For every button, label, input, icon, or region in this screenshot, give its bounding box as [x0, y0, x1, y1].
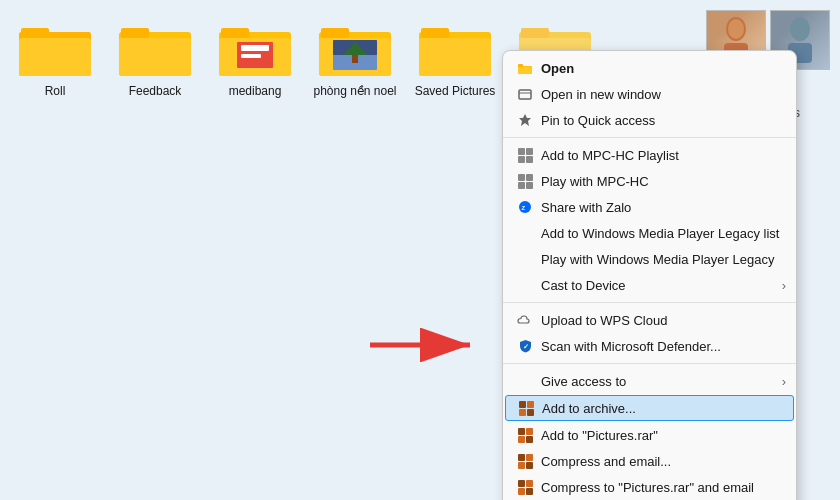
ctx-compress-pictures-rar-email-label: Compress to "Pictures.rar" and email: [541, 480, 754, 495]
pin-icon: [517, 112, 533, 128]
separator-1: [503, 137, 796, 138]
svg-rect-25: [521, 28, 549, 38]
ctx-scan-defender[interactable]: ✓ Scan with Microsoft Defender...: [503, 333, 796, 359]
ctx-pin-quick-access[interactable]: Pin to Quick access: [503, 107, 796, 133]
blank-icon-1: [517, 225, 533, 241]
svg-rect-11: [241, 45, 269, 51]
folder-label-phong-nen-noel: phòng nền noel: [313, 84, 396, 98]
ctx-upload-wps-label: Upload to WPS Cloud: [541, 313, 667, 328]
svg-rect-15: [321, 28, 349, 38]
svg-rect-6: [121, 28, 149, 38]
ctx-open-new-window[interactable]: Open in new window: [503, 81, 796, 107]
svg-rect-21: [419, 38, 491, 76]
ctx-cast[interactable]: Cast to Device ›: [503, 272, 796, 298]
svg-rect-9: [221, 28, 249, 38]
svg-rect-35: [518, 64, 523, 67]
folder-item-phong-nen-noel[interactable]: phòng nền noel: [310, 20, 400, 98]
ctx-add-pictures-rar[interactable]: Add to "Pictures.rar": [503, 422, 796, 448]
ctx-open-label: Open: [541, 61, 574, 76]
ctx-add-mpc-playlist[interactable]: Add to MPC-HC Playlist: [503, 142, 796, 168]
rar-icon-3: [517, 453, 533, 469]
ctx-open[interactable]: Open: [503, 55, 796, 81]
folder-item-feedback[interactable]: Feedback: [110, 20, 200, 98]
folder-label-medibang: medibang: [229, 84, 282, 98]
svg-rect-2: [19, 38, 91, 76]
submenu-arrow-cast: ›: [782, 278, 786, 293]
window-icon: [517, 86, 533, 102]
svg-rect-36: [519, 90, 531, 99]
ctx-play-mpc-hc-label: Play with MPC-HC: [541, 174, 649, 189]
ctx-pin-quick-access-label: Pin to Quick access: [541, 113, 655, 128]
svg-point-27: [728, 19, 744, 39]
folder-icon-medibang: [219, 20, 291, 80]
folder-item-saved-pictures[interactable]: Saved Pictures: [410, 20, 500, 98]
ctx-upload-wps[interactable]: Upload to WPS Cloud: [503, 307, 796, 333]
svg-text:Z: Z: [522, 205, 526, 211]
rar-icon-4: [517, 479, 533, 495]
context-menu: Open Open in new window Pin to Quick acc…: [502, 50, 797, 500]
svg-rect-3: [21, 28, 49, 38]
ctx-add-pictures-rar-label: Add to "Pictures.rar": [541, 428, 658, 443]
ctx-add-archive[interactable]: Add to archive...: [505, 395, 794, 421]
ctx-play-wmp-legacy[interactable]: Play with Windows Media Player Legacy: [503, 246, 796, 272]
grid-icon-2: [517, 173, 533, 189]
separator-2: [503, 302, 796, 303]
explorer-background: Roll Feedback: [0, 0, 840, 500]
svg-point-29: [790, 17, 810, 41]
ctx-open-new-window-label: Open in new window: [541, 87, 661, 102]
folder-label-roll: Roll: [45, 84, 66, 98]
folder-icon-saved-pictures: [419, 20, 491, 80]
submenu-arrow-give-access: ›: [782, 374, 786, 389]
ctx-compress-pictures-rar-email[interactable]: Compress to "Pictures.rar" and email: [503, 474, 796, 500]
cloud-icon: [517, 312, 533, 328]
folder-item-medibang[interactable]: medibang: [210, 20, 300, 98]
folder-label-feedback: Feedback: [129, 84, 182, 98]
svg-rect-22: [421, 28, 449, 38]
rar-icon-1: [518, 400, 534, 416]
zalo-icon: Z: [517, 199, 533, 215]
ctx-add-mpc-playlist-label: Add to MPC-HC Playlist: [541, 148, 679, 163]
folder-icon-roll: [19, 20, 91, 80]
svg-rect-34: [518, 67, 532, 74]
ctx-play-wmp-legacy-label: Play with Windows Media Player Legacy: [541, 252, 774, 267]
ctx-compress-email[interactable]: Compress and email...: [503, 448, 796, 474]
svg-text:✓: ✓: [523, 343, 529, 350]
folder-icon: [517, 60, 533, 76]
ctx-scan-defender-label: Scan with Microsoft Defender...: [541, 339, 721, 354]
ctx-share-zalo[interactable]: Z Share with Zalo: [503, 194, 796, 220]
shield-icon: ✓: [517, 338, 533, 354]
blank-icon-3: [517, 277, 533, 293]
ctx-give-access[interactable]: Give access to ›: [503, 368, 796, 394]
folder-icon-phong-nen-noel: [319, 20, 391, 80]
svg-rect-12: [241, 54, 261, 58]
ctx-add-wmp-list-label: Add to Windows Media Player Legacy list: [541, 226, 779, 241]
ctx-play-mpc-hc[interactable]: Play with MPC-HC: [503, 168, 796, 194]
folder-item-roll[interactable]: Roll: [10, 20, 100, 98]
grid-icon-1: [517, 147, 533, 163]
ctx-add-archive-label: Add to archive...: [542, 401, 636, 416]
folder-label-saved-pictures: Saved Pictures: [415, 84, 496, 98]
ctx-add-wmp-list[interactable]: Add to Windows Media Player Legacy list: [503, 220, 796, 246]
ctx-share-zalo-label: Share with Zalo: [541, 200, 631, 215]
separator-3: [503, 363, 796, 364]
blank-icon-2: [517, 251, 533, 267]
rar-icon-2: [517, 427, 533, 443]
red-arrow: [370, 328, 470, 358]
ctx-give-access-label: Give access to: [541, 374, 626, 389]
ctx-cast-label: Cast to Device: [541, 278, 626, 293]
svg-rect-19: [352, 55, 358, 63]
blank-icon-4: [517, 373, 533, 389]
svg-rect-5: [119, 38, 191, 76]
folder-icon-feedback: [119, 20, 191, 80]
ctx-compress-email-label: Compress and email...: [541, 454, 671, 469]
